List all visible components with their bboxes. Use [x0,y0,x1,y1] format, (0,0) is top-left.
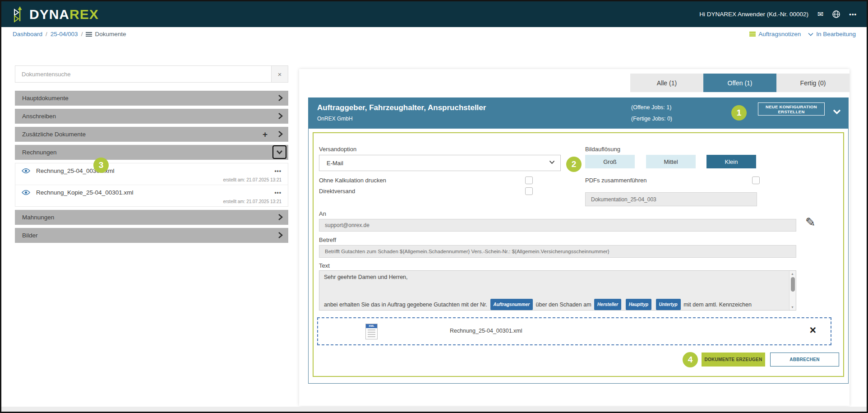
rechnungen-document-list: Rechnung_25-04_00301.xml ••• erstellt am… [15,163,288,207]
app-window: DYNAREX Hi DYNAREX Anwender (Kd.-Nr. 000… [0,0,868,413]
sidebar-section-zusaetzliche-dokumente[interactable]: Zusätzliche Dokumente + [15,127,288,142]
placeholder-tag-hersteller: Hersteller [594,299,621,310]
annotation-badge-2: 2 [566,157,582,172]
email-body-text: anbei erhalten Sie das in Auftrag gegebe… [324,299,775,311]
auftragsnotizen-link[interactable]: Auftragsnotizen [749,31,801,37]
placeholder-tag-untertyp: Untertyp [656,299,681,310]
top-header-bar: DYNAREX Hi DYNAREX Anwender (Kd.-Nr. 000… [1,1,867,27]
select-chevron-icon [549,160,555,164]
job-configuration-box: Versandoption E-Mail 2 Ohne Kalkulation … [313,132,844,377]
remove-attachment-icon[interactable]: × [809,325,816,336]
search-input[interactable] [15,65,272,83]
document-row[interactable]: Rechnung_25-04_00301.xml ••• erstellt am… [15,163,288,185]
sidebar-section-hauptdokumente[interactable]: Hauptdokumente [15,91,288,106]
scrollbar-thumb[interactable] [791,277,795,292]
job-tabs: Alle (1) Offen (1) Fertig (0) [630,74,850,92]
direktversand-checkbox[interactable] [525,187,533,195]
collapse-rechnungen-button[interactable] [272,145,286,159]
chevron-right-icon [278,232,283,239]
more-menu-icon[interactable]: ••• [849,11,857,17]
panel-collapse-icon[interactable] [833,109,841,115]
pdfs-zusammenfuehren-checkbox[interactable] [752,176,760,184]
chevron-right-icon [278,94,283,102]
row-menu-icon[interactable]: ••• [274,190,282,196]
pdfs-zusammenfuehren-label: PDFs zusammenführen [585,177,647,184]
attachment-name: Rechnung_25-04_00301.xml [450,328,522,334]
ohne-kalkulation-checkbox[interactable] [525,176,533,184]
eye-preview-icon[interactable] [22,190,30,195]
open-jobs-label: (Offene Jobs: 1) [631,102,672,113]
an-label: An [319,210,326,217]
notes-list-icon [749,31,756,37]
dynarex-logo-icon [12,6,28,23]
breadcrumb: Dashboard / 25-04/003 / Dokumente [13,31,126,37]
size-gross-button[interactable]: Groß [585,155,635,168]
edit-pencil-icon[interactable]: ✎ [805,215,816,230]
breadcrumb-order[interactable]: 25-04/003 [51,31,78,37]
text-label: Text [319,262,330,269]
attachment-dropzone[interactable]: XML Rechnung_25-04_00301.xml × [317,317,831,345]
versandoption-select[interactable]: E-Mail [319,155,561,171]
recipient-panel: Auftraggeber, Fahrzeughalter, Anspruchst… [308,97,849,384]
eye-preview-icon[interactable] [22,168,30,174]
mail-icon[interactable]: ✉ [817,11,823,18]
search-clear-button[interactable]: × [272,65,288,83]
add-document-icon[interactable]: + [263,127,268,142]
direktversand-label: Direktversand [319,188,355,195]
chevron-right-icon [278,130,283,138]
panel-body: Versandoption E-Mail 2 Ohne Kalkulation … [308,129,849,384]
sidebar-section-mahnungen[interactable]: Mahnungen [15,210,288,225]
sidebar-section-anschreiben[interactable]: Anschreiben [15,109,288,124]
list-icon [86,31,92,37]
done-jobs-label: (Fertige Jobs: 0) [631,113,672,125]
document-created-label: erstellt am: 21.07.2025 13:21 [22,177,282,182]
annotation-badge-1: 1 [731,105,747,121]
breadcrumb-row: Dashboard / 25-04/003 / Dokumente Auftra… [1,27,867,42]
scroll-up-icon[interactable]: ▲ [791,272,794,275]
chevron-down-icon [276,150,283,154]
row-menu-icon[interactable]: ••• [274,168,282,174]
sidebar-section-rechnungen[interactable]: Rechnungen [15,145,288,160]
dokumente-erzeugen-button[interactable]: DOKUMENTE ERZEUGEN [702,353,765,367]
textarea-scrollbar[interactable]: ▲ ▼ [789,271,796,310]
size-klein-button[interactable]: Klein [706,155,756,168]
an-field[interactable]: support@onrex.de [319,219,796,232]
panel-title: Auftraggeber, Fahrzeughalter, Anspruchst… [317,103,486,112]
breadcrumb-separator: / [46,31,47,37]
versandoption-label: Versandoption [319,146,356,153]
breadcrumb-separator: / [81,31,83,37]
chevron-right-icon [278,213,283,221]
size-mittel-button[interactable]: Mittel [646,155,696,168]
logo-text: DYNAREX [29,7,99,22]
panel-subtitle: OnREX GmbH [317,116,353,122]
new-configuration-button[interactable]: NEUE KONFIGURATION ERSTELLEN [758,102,825,116]
user-greeting: Hi DYNAREX Anwender (Kd.-Nr. 00002) [699,11,808,18]
document-created-label: erstellt am: 21.07.2025 13:21 [22,199,282,204]
annotation-badge-4: 4 [683,352,698,367]
jobs-card: Alle (1) Offen (1) Fertig (0) Auftraggeb… [299,69,850,406]
status-dropdown[interactable]: In Bearbeitung [808,31,856,37]
panel-header: Auftraggeber, Fahrzeughalter, Anspruchst… [308,97,849,129]
app-logo[interactable]: DYNAREX [12,6,99,23]
tab-alle[interactable]: Alle (1) [630,74,703,92]
breadcrumb-dokumente[interactable]: Dokumente [86,31,126,37]
document-sidebar: × Hauptdokumente Anschreiben Zusätzliche… [15,65,288,246]
tab-fertig[interactable]: Fertig (0) [776,74,850,92]
bildaufloesung-label: Bildauflösung [585,146,620,153]
email-body-textarea[interactable]: Sehr geehrte Damen und Herren, anbei erh… [319,270,796,311]
document-row[interactable]: Rechnung_Kopie_25-04_00301.xml ••• erste… [15,185,288,206]
betreff-field[interactable]: Betrifft Gutachten zum Schaden ${Allgeme… [319,245,796,258]
document-name[interactable]: Rechnung_Kopie_25-04_00301.xml [36,189,133,196]
placeholder-tag-auftragsnummer: Auftragsnummer [490,299,533,310]
breadcrumb-dashboard[interactable]: Dashboard [13,31,42,37]
globe-icon[interactable] [832,10,840,18]
betreff-label: Betreff [319,237,336,243]
ohne-kalkulation-label: Ohne Kalkulation drucken [319,177,386,184]
dokumentation-name-field[interactable]: Dokumentation_25-04_003 [585,192,757,206]
tab-offen[interactable]: Offen (1) [703,74,776,92]
placeholder-tag-haupttyp: Haupttyp [626,299,651,310]
abbrechen-button[interactable]: ABBRECHEN [770,353,839,367]
scroll-down-icon[interactable]: ▼ [791,306,794,309]
placeholder-tag-kennzeichen: Amtliches Kennzeichen [325,310,382,311]
sidebar-section-bilder[interactable]: Bilder [15,228,288,243]
